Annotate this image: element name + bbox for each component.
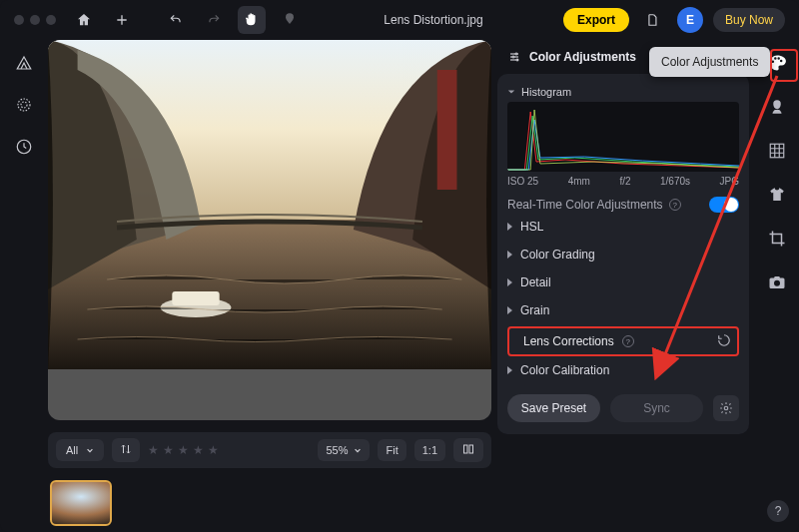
chevron-right-icon (507, 366, 512, 374)
sliders-icon (507, 51, 521, 63)
chevron-right-icon (507, 251, 512, 259)
svg-point-13 (724, 406, 728, 410)
svg-point-0 (18, 99, 30, 111)
canvas-bottom-bar: All ★ ★ ★ ★ ★ 55% Fit (48, 432, 491, 468)
crop-icon[interactable] (762, 224, 792, 254)
info-icon[interactable]: ? (669, 199, 681, 211)
section-label: Grain (520, 303, 549, 317)
realtime-toggle[interactable] (709, 197, 739, 213)
window-controls[interactable] (14, 15, 56, 25)
traffic-close[interactable] (14, 15, 24, 25)
info-icon[interactable]: ? (622, 335, 634, 347)
camera-icon[interactable] (762, 267, 792, 297)
histogram (507, 102, 739, 172)
histogram-meta: ISO 25 4mm f/2 1/670s JPG (507, 172, 739, 187)
histogram-label: Histogram (521, 86, 571, 98)
tshirt-icon[interactable] (762, 180, 792, 210)
star-icon[interactable]: ★ (193, 443, 204, 457)
svg-rect-7 (172, 291, 219, 305)
add-icon[interactable] (108, 6, 136, 34)
avatar[interactable]: E (677, 7, 703, 33)
tooltip-color-adjustments: Color Adjustments (649, 47, 770, 77)
histogram-header[interactable]: Histogram (507, 86, 739, 98)
grid-icon[interactable] (762, 136, 792, 166)
traffic-min[interactable] (30, 15, 40, 25)
section-label: Lens Corrections (523, 334, 614, 348)
star-icon[interactable]: ★ (163, 443, 174, 457)
rating-stars[interactable]: ★ ★ ★ ★ ★ (148, 443, 219, 457)
fit-button[interactable]: Fit (378, 439, 405, 461)
panel-title: Color Adjustments (529, 50, 636, 64)
star-icon[interactable]: ★ (178, 443, 189, 457)
svg-rect-9 (469, 445, 473, 453)
section-label: Detail (520, 275, 551, 289)
one-to-one-button[interactable]: 1:1 (414, 439, 445, 461)
svg-rect-8 (464, 445, 468, 453)
help-button[interactable]: ? (767, 500, 789, 522)
home-icon[interactable] (70, 6, 98, 34)
chevron-down-icon (507, 88, 515, 96)
right-tool-rail (755, 40, 799, 532)
buy-now-button[interactable]: Buy Now (713, 8, 785, 32)
hand-tool-icon[interactable] (238, 6, 266, 34)
document-title: Lens Distortion.jpg (314, 13, 553, 27)
chevron-right-icon (507, 223, 512, 231)
filter-select-label: All (66, 444, 78, 456)
zoom-value: 55% (326, 444, 348, 456)
chevron-right-icon (507, 306, 512, 314)
compare-button[interactable] (453, 438, 483, 462)
chevron-right-icon (507, 278, 512, 286)
realtime-label: Real-Time Color Adjustments (507, 198, 663, 212)
section-detail[interactable]: Detail (507, 268, 739, 296)
star-icon[interactable]: ★ (148, 443, 159, 457)
section-color-grading[interactable]: Color Grading (507, 241, 739, 268)
sync-button[interactable]: Sync (610, 394, 703, 422)
filmstrip (48, 480, 491, 532)
meta-iso: ISO 25 (507, 176, 538, 187)
image-canvas[interactable] (48, 40, 491, 420)
section-label: Color Calibration (520, 363, 609, 377)
section-label: Color Grading (520, 248, 595, 262)
thumbnail[interactable] (50, 480, 112, 526)
section-lens-corrections[interactable]: Lens Corrections ? (507, 326, 739, 356)
star-icon[interactable]: ★ (208, 443, 219, 457)
meta-format: JPG (720, 176, 739, 187)
save-preset-button[interactable]: Save Preset (507, 394, 600, 422)
ring-tool-icon[interactable] (9, 90, 39, 120)
triangle-tool-icon[interactable] (9, 48, 39, 78)
clone-tool-icon[interactable] (276, 6, 304, 34)
svg-rect-5 (437, 70, 457, 190)
left-tool-rail (0, 40, 48, 532)
svg-point-1 (21, 102, 27, 108)
section-color-calibration[interactable]: Color Calibration (507, 356, 739, 384)
svg-rect-14 (770, 144, 784, 158)
gear-icon[interactable] (713, 395, 739, 421)
svg-point-10 (515, 53, 517, 55)
portrait-icon[interactable] (762, 92, 792, 122)
share-icon[interactable] (639, 6, 667, 34)
meta-aperture: f/2 (619, 176, 630, 187)
filter-select[interactable]: All (56, 439, 104, 461)
history-tool-icon[interactable] (9, 132, 39, 162)
undo-icon[interactable] (162, 6, 190, 34)
adjustments-panel: Histogram ISO 25 4mm f/2 1/670s JPG (497, 74, 749, 434)
traffic-max[interactable] (46, 15, 56, 25)
sort-order-button[interactable] (112, 438, 140, 462)
svg-point-11 (512, 56, 514, 58)
section-grain[interactable]: Grain (507, 296, 739, 324)
reset-icon[interactable] (717, 333, 731, 350)
zoom-select[interactable]: 55% (318, 439, 370, 461)
redo-icon[interactable] (200, 6, 228, 34)
meta-focal: 4mm (568, 176, 590, 187)
section-label: HSL (520, 220, 543, 234)
meta-shutter: 1/670s (660, 176, 690, 187)
section-hsl[interactable]: HSL (507, 213, 739, 241)
export-button[interactable]: Export (563, 8, 629, 32)
